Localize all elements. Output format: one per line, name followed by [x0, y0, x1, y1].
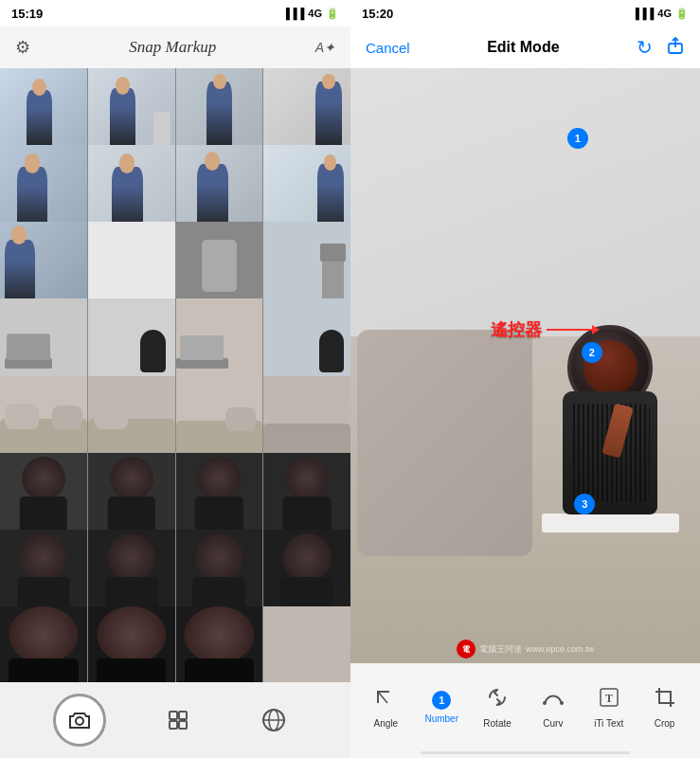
right-status-bar: 15:20 ▐▐▐ 4G 🔋	[350, 0, 700, 27]
annotation-label: 遙控器	[491, 318, 542, 341]
photo-cell[interactable]	[263, 453, 350, 540]
right-bottom-toolbar: Angle 1 Number Rotat	[350, 663, 700, 758]
angle-label: Angle	[374, 718, 399, 729]
photo-cell[interactable]	[176, 68, 263, 155]
battery-icon: 🔋	[326, 8, 339, 20]
rotate-label: Rotate	[483, 718, 511, 729]
annotation-marker-2[interactable]: 2	[582, 342, 602, 363]
right-network-label: 4G	[657, 8, 672, 19]
photo-cell[interactable]	[263, 145, 350, 232]
right-signal-icon: ▐▐▐	[632, 8, 654, 19]
number-label: Number	[424, 713, 458, 724]
photo-cell[interactable]	[88, 145, 175, 232]
photo-cell[interactable]	[176, 376, 263, 463]
settings-icon[interactable]: ⚙	[15, 37, 30, 58]
photo-cell[interactable]	[0, 606, 87, 682]
camera-button[interactable]	[53, 694, 106, 747]
svg-point-0	[76, 717, 83, 725]
number-icon: 1	[432, 691, 451, 710]
photo-cell[interactable]	[0, 530, 87, 617]
photo-cell[interactable]	[0, 298, 87, 386]
photo-cell[interactable]	[176, 453, 263, 540]
photo-cell[interactable]	[0, 68, 87, 155]
svg-point-11	[560, 701, 564, 705]
photo-cell[interactable]	[176, 145, 263, 232]
watermark-url: www.epce.com.tw	[526, 644, 594, 654]
tool-rotate[interactable]: Rotate	[472, 678, 524, 736]
header-actions: ↻	[637, 36, 685, 60]
crop-icon	[654, 686, 676, 714]
photo-cell[interactable]	[88, 298, 175, 386]
watermark-text: 電腦王阿達	[479, 643, 522, 656]
fan-stand	[542, 514, 679, 532]
number-badge: 1	[432, 691, 451, 710]
photo-grid	[0, 68, 350, 682]
photo-cell[interactable]	[88, 453, 175, 540]
tool-text[interactable]: T iTi Text	[583, 678, 635, 736]
photo-cell[interactable]	[0, 453, 87, 540]
tool-angle[interactable]: Angle	[360, 678, 412, 736]
curve-label: Curv	[543, 718, 563, 729]
globe-button[interactable]	[250, 696, 297, 744]
svg-rect-14	[659, 692, 671, 703]
svg-point-10	[543, 701, 547, 705]
main-image-area: 1 2 3 遙控器 電 電腦王阿達 www.epce.com.tw	[350, 68, 700, 663]
photo-cell[interactable]	[263, 298, 350, 386]
product-image: 1 2 3 遙控器 電 電腦王阿達 www.epce.com.tw	[350, 68, 700, 663]
dyson-fan	[548, 325, 672, 514]
photo-cell[interactable]	[88, 530, 175, 617]
share-button[interactable]	[666, 36, 685, 60]
photo-cell[interactable]	[263, 376, 350, 463]
tools-scroll-area: Angle 1 Number Rotat	[350, 663, 700, 751]
right-panel: 15:20 ▐▐▐ 4G 🔋 Cancel Edit Mode ↻	[350, 0, 700, 758]
tool-number[interactable]: 1 Number	[416, 683, 468, 731]
annotation-marker-1[interactable]: 1	[567, 128, 588, 149]
photo-cell[interactable]	[0, 222, 87, 309]
svg-rect-2	[179, 712, 187, 719]
photo-cell[interactable]	[176, 298, 263, 386]
tool-crop[interactable]: Crop	[638, 678, 691, 736]
signal-bars-icon: ▐▐▐	[282, 8, 304, 19]
layers-button[interactable]	[154, 696, 202, 744]
photo-cell[interactable]	[176, 606, 263, 682]
photo-cell[interactable]	[263, 530, 350, 617]
right-time: 15:20	[362, 7, 393, 21]
text-icon: T	[598, 686, 620, 714]
photo-cell[interactable]	[0, 376, 87, 463]
scroll-indicator	[421, 751, 630, 754]
tool-curve[interactable]: Curv	[527, 678, 579, 736]
edit-mode-title: Edit Mode	[487, 39, 559, 56]
photo-cell[interactable]	[263, 222, 350, 309]
photo-cell[interactable]	[88, 376, 175, 463]
network-label: 4G	[308, 8, 322, 19]
photo-cell[interactable]	[176, 222, 263, 309]
photo-cell[interactable]	[88, 222, 175, 309]
crop-label: Crop	[655, 718, 675, 729]
app-title: Snap Markup	[129, 38, 216, 57]
angle-icon	[374, 686, 397, 714]
svg-text:T: T	[605, 692, 613, 705]
watermark-logo: 電	[457, 640, 476, 659]
right-battery-icon: 🔋	[675, 8, 689, 20]
photo-cell[interactable]	[88, 606, 175, 682]
right-status-icons: ▐▐▐ 4G 🔋	[632, 8, 689, 20]
left-panel: 15:19 ▐▐▐ 4G 🔋 ⚙ Snap Markup A✦	[0, 0, 350, 758]
auto-markup-icon[interactable]: A✦	[315, 40, 335, 55]
left-status-icons: ▐▐▐ 4G 🔋	[282, 8, 339, 20]
left-header: ⚙ Snap Markup A✦	[0, 27, 350, 68]
left-time: 15:19	[11, 7, 43, 21]
photo-cell[interactable]	[263, 68, 350, 155]
left-status-bar: 15:19 ▐▐▐ 4G 🔋	[0, 0, 350, 27]
photo-cell[interactable]	[0, 145, 87, 232]
svg-rect-1	[170, 712, 177, 719]
annotation-arrow: 遙控器	[491, 318, 594, 341]
photo-cell[interactable]	[263, 606, 350, 682]
svg-rect-4	[179, 721, 187, 729]
refresh-button[interactable]: ↻	[637, 36, 653, 59]
photo-cell[interactable]	[88, 68, 175, 155]
right-header: Cancel Edit Mode ↻	[350, 27, 700, 68]
cancel-button[interactable]: Cancel	[366, 40, 410, 56]
svg-rect-3	[170, 721, 177, 729]
photo-cell[interactable]	[176, 530, 263, 617]
left-bottom-toolbar	[0, 682, 350, 758]
